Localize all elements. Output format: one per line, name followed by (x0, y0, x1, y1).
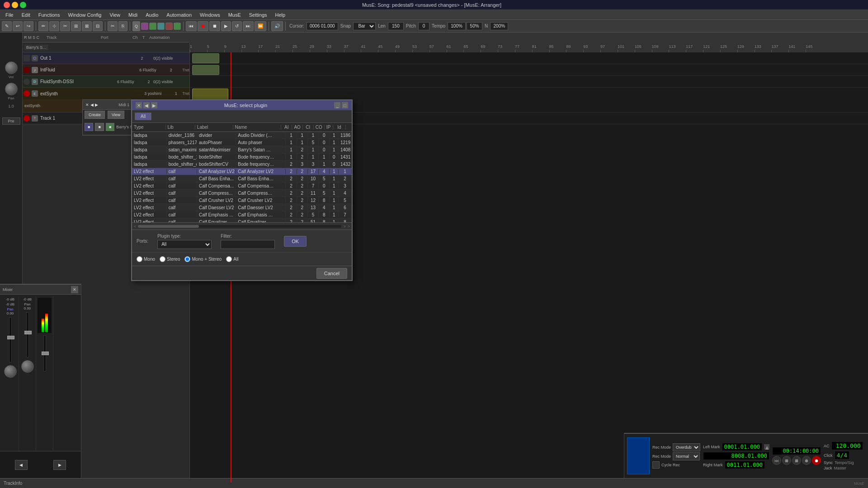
transport-ctrl-3[interactable]: ⏹ (792, 456, 801, 465)
cursor-input[interactable] (307, 22, 338, 30)
col-id[interactable]: Id (333, 125, 346, 130)
tool-2[interactable]: ■ (95, 123, 104, 131)
tool-3[interactable]: ■ (106, 123, 114, 131)
menu-settings[interactable]: Settings (245, 11, 271, 19)
menu-file[interactable]: File (2, 11, 17, 19)
len-input[interactable] (388, 22, 404, 30)
menu-window-config[interactable]: Window Config (64, 11, 105, 19)
win-min-btn[interactable] (12, 2, 18, 8)
win-close-btn[interactable] (4, 2, 10, 8)
track-rec-btn-5[interactable] (24, 115, 30, 122)
tool-cut[interactable]: ✂ (108, 21, 118, 31)
tool-select[interactable]: ⊹ (49, 21, 59, 31)
arranger-close[interactable]: ✕ (85, 103, 89, 107)
port-mono-radio[interactable] (137, 256, 142, 262)
plugin-row[interactable]: LV2 effect calf Calf Emphasis ... Calf E… (132, 211, 352, 219)
rec-mode-sub-select[interactable]: Normal (673, 452, 700, 460)
plugin-dialog-titlebar[interactable]: ✕ ◀ ▶ MusE: select plugin _ □ (132, 100, 352, 110)
transport-stop[interactable]: ⏹ (209, 21, 220, 31)
pitch-input[interactable] (418, 22, 429, 30)
pan-knob[interactable] (5, 83, 18, 95)
filter-input[interactable] (221, 240, 275, 249)
plugin-table-body[interactable]: ladspa divider_1186 divider Audio Divide… (132, 132, 352, 222)
menu-windows[interactable]: Windows (196, 11, 224, 19)
transport-ctrl-2[interactable]: ⏹ (782, 456, 791, 465)
transport-record[interactable]: ⏺ (198, 21, 208, 31)
quantize-btn[interactable]: Q (132, 21, 140, 31)
col-type[interactable]: Type (132, 125, 166, 130)
scroll-right2-icon[interactable]: > (348, 224, 350, 229)
tool-1[interactable]: ■ (85, 123, 93, 131)
loop-btn[interactable] (157, 23, 165, 30)
plugin-row[interactable]: ladspa bode_shifter_cv... bodeShifterCV … (132, 161, 352, 168)
col-ci[interactable]: CI (303, 125, 314, 130)
win-max-btn[interactable] (20, 2, 26, 8)
col-label[interactable]: Label (195, 125, 233, 130)
menu-midi[interactable]: Midi (125, 11, 141, 19)
mixer-btn-1[interactable]: ◀ (15, 460, 28, 470)
fader-handle-3[interactable] (42, 352, 49, 355)
tool-btn-2[interactable]: ↩ (13, 21, 23, 31)
pattern-btn[interactable] (149, 23, 156, 30)
transport-end[interactable]: ⏭ (243, 21, 254, 31)
port-mono-stereo-radio[interactable] (184, 256, 190, 262)
menu-automation[interactable]: Automation (163, 11, 195, 19)
tool-copy[interactable]: ⎘ (118, 21, 127, 31)
plugin-hscroll[interactable]: < > > (132, 222, 352, 230)
punch2-btn[interactable] (174, 23, 181, 30)
port-stereo-radio[interactable] (160, 256, 165, 262)
tempo-input[interactable] (448, 22, 466, 30)
scroll-thumb[interactable] (138, 225, 199, 228)
tool-rubber[interactable]: ✂ (60, 21, 70, 31)
col-name[interactable]: Name (233, 125, 282, 130)
channel-knob-2[interactable] (21, 360, 34, 373)
tool-5[interactable]: ⊟ (93, 21, 103, 31)
scroll-right-icon[interactable]: > (343, 224, 345, 229)
cancel-button[interactable]: Cancel (316, 268, 347, 279)
fader-2[interactable] (26, 312, 29, 357)
dialog-close-btn[interactable]: ✕ (136, 102, 142, 108)
fader-3[interactable] (43, 335, 46, 371)
col-lib[interactable]: Lib (166, 125, 195, 130)
fader-1[interactable] (9, 317, 12, 362)
left-mark-up[interactable]: ▲ (764, 444, 769, 450)
plugin-row[interactable]: LV2 effect calf Calf Compress... Calf Co… (132, 190, 352, 197)
channel-knob[interactable] (4, 365, 17, 378)
dialog-next-btn[interactable]: ▶ (151, 102, 157, 108)
plugin-row[interactable]: LV2 effect calf Calf Analyzer LV2 Calf A… (132, 168, 352, 175)
track-mute-btn[interactable] (24, 79, 30, 85)
transport-rewind[interactable]: ⏮ (186, 21, 197, 31)
zoom-input[interactable] (490, 22, 508, 30)
cycle-rec-btn[interactable] (652, 461, 660, 469)
menu-muse[interactable]: MusE (225, 11, 245, 19)
dialog-maximize-btn[interactable]: □ (342, 102, 348, 108)
col-ao[interactable]: AO (292, 125, 303, 130)
vol-knob[interactable] (5, 61, 18, 74)
dialog-minimize-btn[interactable]: _ (334, 102, 340, 108)
arranger-nav1[interactable]: ◀ (90, 103, 94, 107)
transport-play[interactable]: ▶ (221, 21, 231, 31)
create-btn[interactable]: Create (85, 111, 105, 119)
snap-select[interactable]: Bar (353, 22, 376, 30)
transport-ctrl-rec[interactable]: ⏺ (812, 456, 821, 465)
rec-mode-select[interactable]: Overdub Replace (673, 443, 700, 451)
quant-input[interactable] (467, 22, 482, 30)
col-ip[interactable]: IP (325, 125, 333, 130)
mixer-close[interactable]: ✕ (71, 286, 78, 293)
pre-toggle[interactable]: Pre (2, 117, 20, 125)
track-mute-btn[interactable] (24, 67, 30, 73)
plugin-row[interactable]: LV2 effect calf Calf Crusher LV2 Calf Cr… (132, 197, 352, 204)
punch-btn[interactable] (165, 23, 173, 30)
menu-audio[interactable]: Audio (142, 11, 162, 19)
port-all-radio[interactable] (226, 256, 232, 262)
tool-pencil[interactable]: ✏ (38, 21, 48, 31)
col-ai[interactable]: AI (281, 125, 292, 130)
dialog-prev-btn[interactable]: ◀ (143, 102, 150, 108)
plugin-row[interactable]: ladspa phasers_1217 autoPhaser Auto phas… (132, 139, 352, 146)
transport-loop[interactable]: ↺ (232, 21, 242, 31)
plugin-type-select[interactable]: All (157, 240, 212, 249)
palette-btn[interactable] (141, 23, 148, 30)
track-mute-btn[interactable] (24, 55, 30, 61)
track-segment-1[interactable] (192, 65, 219, 75)
fader-handle-2[interactable] (24, 331, 32, 334)
